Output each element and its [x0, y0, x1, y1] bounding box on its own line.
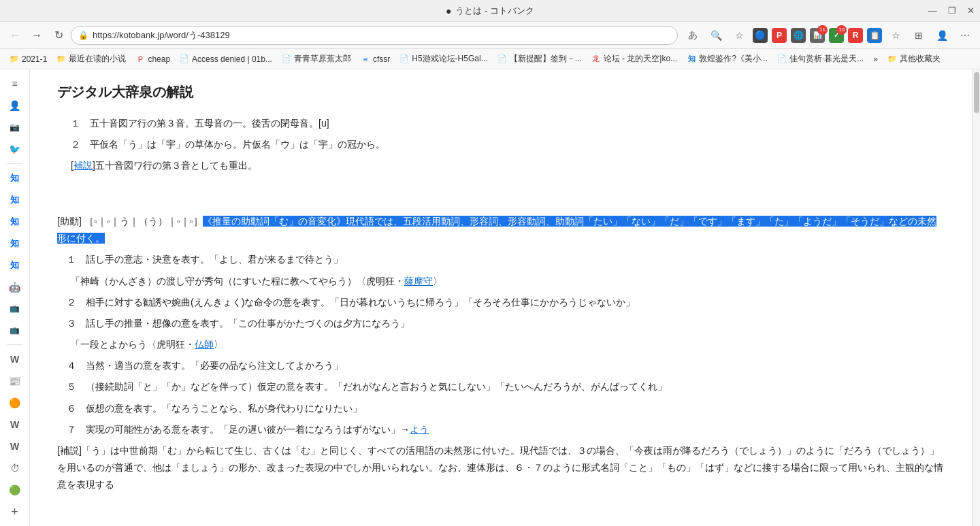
scrollbar-thumb[interactable]	[974, 72, 979, 113]
close-button[interactable]: ✕	[967, 5, 975, 16]
sub-entry-7: ７ 実現の可能性がある意を表す。「足の遅い彼が一着になろうはずがない」→よう	[57, 421, 945, 438]
back-button[interactable]: ←	[5, 26, 24, 45]
sidebar-zhihu-4-icon[interactable]: 知	[4, 235, 26, 252]
grammar-section: [助動] ［◦｜◦｜う｜（う）｜◦｜◦］《推量の助動詞「む」の音変化》現代語では…	[57, 213, 945, 247]
bookmark-label: Access denied | 01b...	[192, 54, 272, 64]
sidebar-menu-icon[interactable]: ≡	[4, 75, 26, 93]
sidebar-screenshot-icon[interactable]: 📷	[4, 118, 26, 136]
entry-num-2: ２	[71, 139, 80, 150]
sidebar-bot-icon[interactable]: 🤖	[4, 278, 26, 296]
profile-button[interactable]: 👤	[932, 26, 951, 45]
star-outline-button[interactable]: ☆	[886, 26, 905, 45]
titlebar-title: ● うとは - コトバンク	[446, 5, 534, 17]
ext-ext2[interactable]: 📋	[867, 28, 882, 43]
bookmark-novels[interactable]: 📁 最近在读的小说	[52, 52, 130, 66]
page-icon: P	[135, 54, 145, 64]
bookmarks-bar: 📁 2021-1 📁 最近在读的小说 P cheap 📄 Access deni…	[0, 49, 980, 69]
supplement-block: [補説]「う」は中世前期「む」から転じて生じ、古くは「む」と同じく、すべての活用…	[57, 442, 945, 494]
restore-button[interactable]: ❐	[948, 5, 956, 16]
sidebar-reddit-icon[interactable]: 🟠	[4, 394, 26, 412]
sidebar-twitter-icon[interactable]: 🐦	[4, 140, 26, 158]
grammar-form: ［◦｜◦｜う｜（う）｜◦｜◦］	[84, 216, 203, 227]
content-title: デジタル大辞泉の解説	[57, 83, 945, 101]
bookmark-jiaju[interactable]: 📄 佳句赏析·暮光是天...	[773, 52, 868, 66]
nav-icons: あ 🔍 ☆ 🔵 P 🌐 📊 11 ✓ 10 R 📋 ☆ ⊞ 👤 ⋯	[683, 26, 975, 45]
main-layout: ≡ 👤 📷 🐦 知 知 知 知 知 🤖 📺 📺 W 📰 🟠 W W ⏱ 🟢 + …	[0, 69, 980, 526]
sub-entry-6: ６ 仮想の意を表す。「なろうことなら、私が身代わりになりたい」	[57, 400, 945, 417]
page-icon: 📄	[282, 54, 291, 64]
you-link[interactable]: よう	[410, 424, 429, 435]
sidebar-account-icon[interactable]: 👤	[4, 97, 26, 114]
more-icon: »	[873, 54, 878, 64]
sidebar-zhihu-1-icon[interactable]: 知	[4, 169, 26, 187]
ext-red[interactable]: R	[848, 28, 863, 43]
page-icon: 📄	[777, 54, 787, 64]
bracket-label: [助動]	[57, 216, 82, 227]
ext-edge[interactable]: 🔵	[753, 28, 768, 43]
forward-button[interactable]: →	[27, 26, 46, 45]
window-controls[interactable]: — ❐ ✕	[928, 5, 975, 16]
page-icon: ≡	[361, 54, 370, 64]
bookmark-seitaro[interactable]: 📄 青青草原蕉太郎	[278, 52, 355, 66]
sidebar-wiki2-icon[interactable]: W	[4, 416, 26, 433]
bookmark-dragon[interactable]: 龙 论坛 - 龙的天空|ko...	[587, 52, 681, 66]
bookmark-cheap[interactable]: P cheap	[131, 53, 174, 65]
search-button[interactable]: 🔍	[706, 26, 725, 45]
font-button[interactable]: あ	[683, 26, 702, 45]
sidebar-zhihu-2-icon[interactable]: 知	[4, 191, 26, 209]
titlebar: ● うとは - コトバンク — ❐ ✕	[0, 0, 980, 22]
page-title: うとは - コトバンク	[455, 5, 534, 17]
satsuma-link[interactable]: 薩摩守	[404, 276, 433, 286]
ext-ext1[interactable]: 🌐	[791, 28, 806, 43]
bookmark-access[interactable]: 📄 Access denied | 01b...	[176, 53, 276, 65]
left-sidebar: ≡ 👤 📷 🐦 知 知 知 知 知 🤖 📺 📺 W 📰 🟠 W W ⏱ 🟢 +	[0, 69, 30, 526]
collections-button[interactable]: ⊞	[909, 26, 928, 45]
sidebar-video-icon[interactable]: 📺	[4, 300, 26, 318]
sub-entry-2: ２ 相手に対する勧誘や婉曲(えんきょく)な命令の意を表す。「日が暮れないうちに帰…	[57, 294, 945, 311]
favicon: ●	[446, 5, 451, 16]
scrollbar[interactable]	[972, 69, 980, 526]
bookmark-cfssr[interactable]: ≡ cfssr	[357, 53, 394, 65]
bookmark-label: 2021-1	[22, 54, 47, 64]
favorites-button[interactable]: ☆	[730, 26, 749, 45]
bookmark-signin[interactable]: 📄 【新提醒】签到－...	[493, 52, 586, 66]
sidebar-zhihu-3-icon[interactable]: 知	[4, 213, 26, 231]
sidebar-zhihu-5-icon[interactable]: 知	[4, 257, 26, 274]
bookmark-label: cfssr	[373, 54, 390, 64]
supplement-link[interactable]: 補説	[74, 160, 93, 171]
folder-icon: 📁	[887, 54, 897, 64]
sidebar-separator	[7, 163, 23, 164]
sidebar-timer-icon[interactable]: ⏱	[4, 459, 26, 477]
bookmark-label: 青青草原蕉太郎	[294, 53, 351, 65]
sidebar-add-icon[interactable]: +	[4, 503, 26, 521]
folder-icon: 📁	[56, 54, 66, 64]
entry-1: １ 五十音図ア行の第３音。五母音の一。後舌の閉母音。[u]	[71, 115, 945, 132]
bookmark-2021[interactable]: 📁 2021-1	[5, 53, 51, 65]
bookmarks-more[interactable]: »	[869, 53, 882, 65]
bookmark-label: H5游戏论坛-H5Gal...	[412, 53, 487, 65]
supplement-link-block: [補説]五十音図ワ行の第３音としても重出。	[71, 157, 945, 174]
sidebar-wiki3-icon[interactable]: W	[4, 438, 26, 455]
sidebar-news-icon[interactable]: 📰	[4, 372, 26, 390]
sidebar-wiki-icon[interactable]: W	[4, 350, 26, 368]
bookmark-dunhuang[interactable]: 知 敦煌鉴作?《美小...	[683, 52, 772, 66]
settings-button[interactable]: ⋯	[956, 26, 975, 45]
address-bar[interactable]: 🔒 https://kotobank.jp/word/う-438129	[71, 26, 678, 45]
bookmark-label: 论坛 - 龙的天空|ko...	[604, 53, 677, 65]
bookmark-h5[interactable]: 📄 H5游戏论坛-H5Gal...	[395, 52, 491, 66]
bookmark-other-folder[interactable]: 📁 其他收藏夹	[883, 52, 945, 66]
ext-pocket[interactable]: P	[772, 28, 787, 43]
sub-entry-1: １ 話し手の意志・決意を表す。「よし、君が来るまで待とう」	[57, 251, 945, 268]
ext-counter1[interactable]: 📊 11	[810, 28, 825, 43]
bushi-link[interactable]: 仏師	[195, 339, 214, 350]
ext-counter2[interactable]: ✓ 10	[829, 28, 844, 43]
minimize-button[interactable]: —	[928, 5, 937, 16]
refresh-button[interactable]: ↻	[49, 26, 68, 45]
sidebar-green-icon[interactable]: 🟢	[4, 481, 26, 499]
url-text: https://kotobank.jp/word/う-438129	[93, 29, 670, 42]
sidebar-video2-icon[interactable]: 📺	[4, 321, 26, 339]
lock-icon: 🔒	[78, 31, 88, 40]
sub-entry-5: ５ （接続助詞「と」「か」などを伴って）仮定の意を表す。「だれがなんと言おうと気…	[57, 378, 945, 395]
sub-entry-3: ３ 話し手の推量・想像の意を表す。「この仕事がかたづくのは夕方になろう」	[57, 315, 945, 332]
sub-entry-4: ４ 当然・適当の意を表す。「必要の品なら注文してよかろう」	[57, 357, 945, 374]
